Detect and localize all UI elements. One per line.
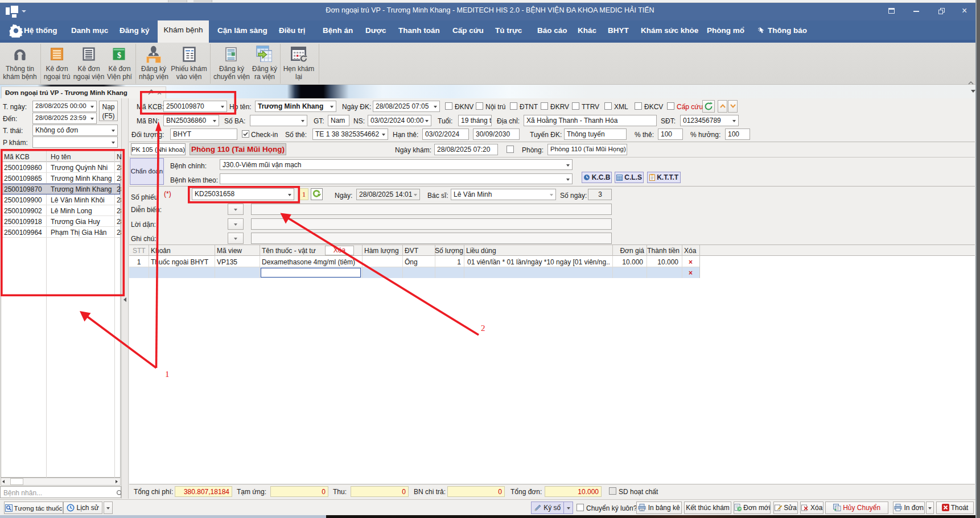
svg-text:$: $ [117,51,121,60]
